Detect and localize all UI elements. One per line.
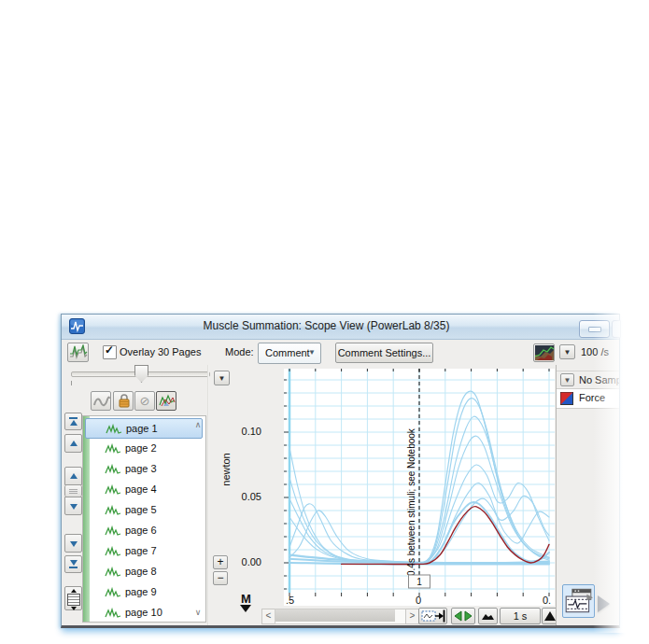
page-list-item[interactable]: page 9 — [85, 582, 203, 603]
x-tick-label: 0. — [543, 595, 551, 606]
last-page-button[interactable] — [64, 555, 82, 573]
channel-color-icon — [560, 392, 573, 405]
grip-icon — [69, 491, 78, 492]
comment-flag[interactable]: 1 — [409, 575, 430, 588]
channel-row-force[interactable]: Force — [557, 388, 619, 409]
first-page-button[interactable] — [64, 413, 82, 430]
page-item-label: page 4 — [125, 483, 157, 495]
page-list-item[interactable]: page 6 — [85, 521, 203, 541]
page-scroll-up-button[interactable] — [64, 467, 82, 485]
page-item-label: page 7 — [125, 545, 157, 556]
chart-icon — [535, 345, 554, 360]
previous-page-button[interactable] — [64, 434, 82, 453]
exclude-pages-button[interactable]: ⊘ — [134, 391, 155, 411]
toolbar: ✓ Overlay 30 Pages Mode: Comment ▼ Comme… — [62, 340, 619, 365]
list-icon — [67, 594, 80, 606]
page-waveform-icon — [105, 443, 121, 455]
arrow-up-icon — [71, 589, 77, 593]
page-scroll-down-button[interactable] — [64, 497, 82, 515]
page-waveform-icon — [105, 505, 121, 516]
chevron-down-icon: ▼ — [564, 376, 571, 385]
page-item-label: page 8 — [125, 566, 157, 577]
chevron-down-icon: ▼ — [219, 374, 226, 383]
page-list-item[interactable]: page 10 — [85, 603, 203, 623]
mode-select[interactable]: Comment ▼ — [258, 343, 321, 364]
free-select-button[interactable] — [91, 391, 111, 411]
page-list-item[interactable]: page 2 — [85, 439, 203, 459]
sampling-status-row: ▼ No Sampling — [557, 371, 619, 388]
page-list-item[interactable]: page 7 — [85, 541, 203, 562]
time-scale-display[interactable]: 1 s — [500, 608, 541, 624]
wave-icon — [92, 394, 111, 409]
display-mode-button[interactable] — [156, 391, 176, 411]
y-tick-label: 0.00 — [230, 556, 261, 567]
amplitude-zoom-out-button[interactable]: − — [213, 571, 228, 585]
titlebar[interactable]: Muscle Summation: Scope View (PowerLab 8… — [62, 315, 619, 340]
grip-icon — [69, 489, 78, 490]
overlay-display-button[interactable] — [67, 343, 89, 362]
horizontal-scrollbar[interactable] — [275, 609, 406, 624]
page-list-item[interactable]: page 8 — [85, 562, 203, 582]
page-list-item[interactable]: page 3 — [85, 459, 203, 480]
x-tick-label: 0 — [416, 595, 421, 606]
amplitude-zoom-in-button[interactable]: + — [213, 555, 228, 569]
channel-dropdown-button[interactable]: ▼ — [214, 371, 230, 385]
chevron-down-icon: ∨ — [195, 608, 202, 617]
channel-panel: ▼ No Sampling Force — [556, 365, 619, 625]
next-page-button[interactable] — [64, 534, 82, 553]
page-slider-thumb[interactable] — [134, 365, 148, 383]
arrow-down-icon — [70, 504, 78, 510]
spectrum-view-button[interactable] — [533, 343, 555, 362]
chevron-down-icon: ▼ — [564, 348, 571, 357]
arrow-up-icon — [70, 473, 78, 479]
page-list-item[interactable]: page 1 — [85, 418, 203, 439]
list-scroll-up-button[interactable]: ∧ — [191, 418, 205, 432]
chevron-down-icon: ▼ — [308, 348, 316, 357]
page-item-label: page 9 — [125, 586, 157, 597]
large-triangle-icon — [543, 610, 557, 622]
scroll-to-end-button[interactable] — [418, 608, 447, 624]
bar-icon — [69, 417, 78, 419]
arrow-down-icon — [70, 541, 78, 547]
auto-scale-button[interactable] — [451, 608, 475, 624]
chevron-up-icon: ∧ — [195, 420, 202, 429]
lock-icon — [115, 393, 134, 409]
waveform-trace — [425, 399, 549, 563]
minus-icon: − — [217, 571, 223, 584]
horizontal-scrollbar-thumb[interactable] — [275, 609, 395, 622]
waveform-trace — [425, 416, 549, 563]
next-view-arrow-icon[interactable] — [598, 595, 610, 612]
sample-rate-dropdown-button[interactable]: ▼ — [559, 344, 575, 359]
scope-view-button[interactable] — [562, 584, 595, 618]
scope-plot-area[interactable]: 0.4s between stimuli; see Notebook 1 — [284, 369, 555, 593]
page-list-options-button[interactable] — [64, 586, 82, 610]
page-item-label: page 10 — [125, 607, 162, 618]
scroll-left-button[interactable]: < — [261, 609, 275, 624]
maximize-button-partial[interactable] — [612, 320, 621, 338]
mini-chart-icon — [158, 394, 176, 408]
arrow-down-icon — [70, 560, 78, 566]
plus-icon: + — [217, 555, 223, 568]
list-scroll-down-button[interactable]: ∨ — [191, 606, 205, 620]
minimize-button[interactable] — [579, 320, 610, 338]
sampling-dropdown-button[interactable]: ▼ — [560, 373, 574, 386]
lock-pages-button[interactable] — [113, 391, 134, 411]
comment-text: 0.4s between stimuli; see Notebook — [406, 427, 416, 576]
marker-well[interactable]: M — [237, 592, 258, 618]
bar-icon — [69, 567, 78, 568]
arrow-up-icon — [70, 420, 78, 426]
overlay-pages-checkbox[interactable]: ✓ — [103, 345, 117, 359]
time-compress-button[interactable] — [478, 608, 498, 624]
page-item-label: page 1 — [126, 423, 158, 434]
page-scrollbar-thumb[interactable] — [64, 485, 82, 497]
arrow-down-icon — [71, 607, 77, 610]
page-list-item[interactable]: page 4 — [85, 480, 203, 500]
scroll-right-button[interactable]: > — [405, 609, 419, 624]
page-waveform-icon — [106, 424, 122, 435]
sample-rate-label: 100 /s — [581, 346, 609, 357]
comment-flag-number: 1 — [416, 577, 422, 587]
page-list-item[interactable]: page 5 — [85, 500, 203, 521]
page-list[interactable]: page 1page 2page 3page 4page 5page 6page… — [82, 415, 206, 623]
page-item-label: page 3 — [125, 463, 157, 474]
comment-settings-button[interactable]: Comment Settings... — [335, 343, 433, 363]
